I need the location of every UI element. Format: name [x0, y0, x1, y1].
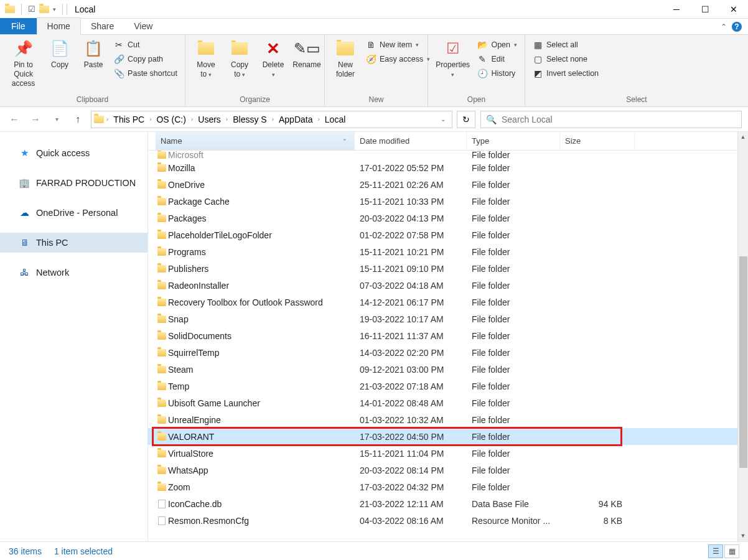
file-date: 17-01-2022 05:52 PM	[355, 163, 467, 173]
help-icon[interactable]: ?	[732, 22, 742, 32]
breadcrumb[interactable]: AppData	[276, 114, 315, 124]
properties-button[interactable]: ☑ Properties	[432, 37, 474, 79]
chevron-right-icon[interactable]: ›	[105, 116, 110, 123]
edit-button[interactable]: ✎Edit	[474, 53, 521, 65]
close-button[interactable]: ✕	[719, 0, 748, 19]
new-folder-button[interactable]: New folder	[329, 37, 362, 79]
refresh-button[interactable]: ↻	[457, 111, 475, 128]
select-all-button[interactable]: ▦Select all	[529, 39, 602, 51]
file-row[interactable]: Steam09-12-2021 03:00 PMFile folder	[148, 361, 748, 378]
copy-path-button[interactable]: 🔗Copy path	[110, 53, 181, 65]
up-button[interactable]: ↑	[70, 111, 86, 128]
chevron-right-icon[interactable]: ›	[316, 116, 320, 123]
chevron-right-icon[interactable]: ›	[271, 116, 275, 123]
file-row[interactable]: Programs15-11-2021 10:21 PMFile folder	[148, 243, 748, 260]
scroll-thumb[interactable]	[739, 256, 747, 468]
file-row[interactable]: Zoom17-03-2022 04:32 PMFile folder	[148, 478, 748, 495]
view-tab[interactable]: View	[124, 18, 162, 34]
history-button[interactable]: 🕘History	[474, 67, 521, 80]
file-row[interactable]: SolidDocuments16-11-2021 11:37 AMFile fo…	[148, 327, 748, 344]
move-to-button[interactable]: Move to	[189, 37, 223, 79]
cut-button[interactable]: ✂Cut	[110, 39, 181, 51]
file-row[interactable]: Resmon.ResmonCfg04-03-2022 08:16 AMResou…	[148, 512, 748, 529]
breadcrumb[interactable]: This PC	[111, 114, 147, 124]
folder-icon	[157, 299, 166, 306]
pin-to-quick-access-button[interactable]: 📌 Pin to Quick access	[4, 37, 43, 88]
file-type: File folder	[467, 213, 560, 223]
invert-selection-button[interactable]: ◩Invert selection	[529, 67, 602, 80]
file-row[interactable]: WhatsApp20-03-2022 08:14 PMFile folder	[148, 462, 748, 478]
breadcrumb[interactable]: OS (C:)	[154, 114, 188, 124]
ribbon-tabs: File Home Share View ⌃ ?	[0, 19, 748, 35]
delete-button[interactable]: ✕ Delete	[256, 37, 290, 79]
file-row[interactable]: Mozilla17-01-2022 05:52 PMFile folder	[148, 159, 748, 176]
collapse-ribbon-icon[interactable]: ⌃	[721, 22, 727, 31]
nav-network[interactable]: 🖧 Network	[0, 263, 147, 282]
file-row[interactable]: UnrealEngine01-03-2022 10:32 AMFile fold…	[148, 411, 748, 428]
file-date: 07-03-2022 04:18 AM	[355, 281, 467, 291]
file-row[interactable]: PlaceholderTileLogoFolder01-02-2022 07:5…	[148, 226, 748, 243]
copy-button[interactable]: 📄 Copy	[43, 37, 77, 70]
column-size[interactable]: Size	[560, 132, 635, 150]
search-input[interactable]	[502, 114, 736, 124]
file-row[interactable]: Ubisoft Game Launcher14-01-2022 08:48 AM…	[148, 394, 748, 411]
paste-button[interactable]: 📋 Paste	[77, 37, 110, 70]
search-box[interactable]: 🔍	[480, 111, 742, 128]
chevron-right-icon[interactable]: ›	[225, 116, 229, 123]
file-row[interactable]: VALORANT17-03-2022 04:50 PMFile folder	[148, 428, 748, 445]
rename-button[interactable]: ✎▭ Rename	[290, 37, 324, 70]
file-row[interactable]: Publishers15-11-2021 09:10 PMFile folder	[148, 260, 748, 277]
share-tab[interactable]: Share	[81, 18, 124, 34]
file-row[interactable]: Snap19-03-2022 10:17 AMFile folder	[148, 310, 748, 327]
nav-quick-access[interactable]: ★ Quick access	[0, 143, 147, 163]
file-date: 21-03-2022 12:11 AM	[355, 499, 467, 509]
column-type[interactable]: Type	[467, 132, 560, 150]
status-item-count: 36 items	[9, 546, 42, 556]
details-view-button[interactable]: ☰	[708, 544, 723, 558]
qat-checkbox-icon[interactable]: ☑	[28, 4, 35, 14]
chevron-right-icon[interactable]: ›	[148, 116, 152, 123]
file-row[interactable]: Package Cache15-11-2021 10:33 PMFile fol…	[148, 193, 748, 210]
properties-icon: ☑	[443, 39, 463, 58]
scroll-down-icon[interactable]: ▼	[738, 531, 748, 541]
file-row[interactable]: OneDrive25-11-2021 02:26 AMFile folder	[148, 176, 748, 193]
forward-button[interactable]: →	[27, 111, 44, 128]
icons-view-button[interactable]: ▦	[724, 544, 739, 558]
file-row[interactable]: IconCache.db21-03-2022 12:11 AMData Base…	[148, 495, 748, 512]
file-row[interactable]: RadeonInstaller07-03-2022 04:18 AMFile f…	[148, 277, 748, 294]
file-row[interactable]: SquirrelTemp14-03-2022 02:20 PMFile fold…	[148, 344, 748, 361]
new-item-button[interactable]: 🗎New item	[362, 39, 434, 51]
file-tab[interactable]: File	[0, 18, 37, 34]
qat-dropdown-icon[interactable]: ▾	[53, 6, 56, 12]
open-button[interactable]: 📂Open	[474, 39, 521, 51]
column-name[interactable]: Name ⌃	[156, 132, 355, 150]
recent-locations-button[interactable]: ▾	[49, 111, 65, 128]
copy-to-button[interactable]: Copy to	[223, 37, 256, 79]
paste-shortcut-button[interactable]: 📎Paste shortcut	[110, 67, 181, 80]
nav-this-pc[interactable]: 🖥 This PC	[0, 233, 147, 253]
file-row[interactable]: Recovery Toolbox for Outlook Password14-…	[148, 294, 748, 310]
address-bar[interactable]: › This PC › OS (C:) › Users › Blessy S ›…	[91, 111, 452, 128]
breadcrumb[interactable]: Blessy S	[230, 114, 269, 124]
back-button[interactable]: ←	[6, 111, 22, 128]
easy-access-button[interactable]: 🧭Easy access	[362, 53, 434, 65]
vertical-scrollbar[interactable]: ▲ ▼	[737, 132, 748, 541]
select-none-button[interactable]: ▢Select none	[529, 53, 602, 65]
column-date[interactable]: Date modified	[355, 132, 467, 150]
chevron-right-icon[interactable]: ›	[190, 116, 194, 123]
home-tab[interactable]: Home	[37, 17, 81, 35]
nav-farrad[interactable]: 🏢 FARRAD PRODUCTION	[0, 173, 147, 193]
file-row[interactable]: Packages20-03-2022 04:13 PMFile folder	[148, 210, 748, 226]
breadcrumb[interactable]: Local	[322, 114, 348, 124]
qat-folder-icon[interactable]	[39, 6, 49, 13]
address-dropdown-icon[interactable]: ⌄	[437, 116, 449, 123]
maximize-button[interactable]: ☐	[691, 0, 719, 19]
breadcrumb[interactable]: Users	[195, 114, 223, 124]
scroll-up-icon[interactable]: ▲	[738, 132, 748, 142]
file-row[interactable]: Temp21-03-2022 07:18 AMFile folder	[148, 378, 748, 394]
folder-icon	[157, 215, 166, 222]
file-row[interactable]: VirtualStore15-11-2021 11:04 PMFile fold…	[148, 445, 748, 462]
nav-onedrive[interactable]: ☁ OneDrive - Personal	[0, 203, 147, 223]
select-group-label: Select	[525, 94, 748, 106]
minimize-button[interactable]: ─	[662, 0, 691, 19]
